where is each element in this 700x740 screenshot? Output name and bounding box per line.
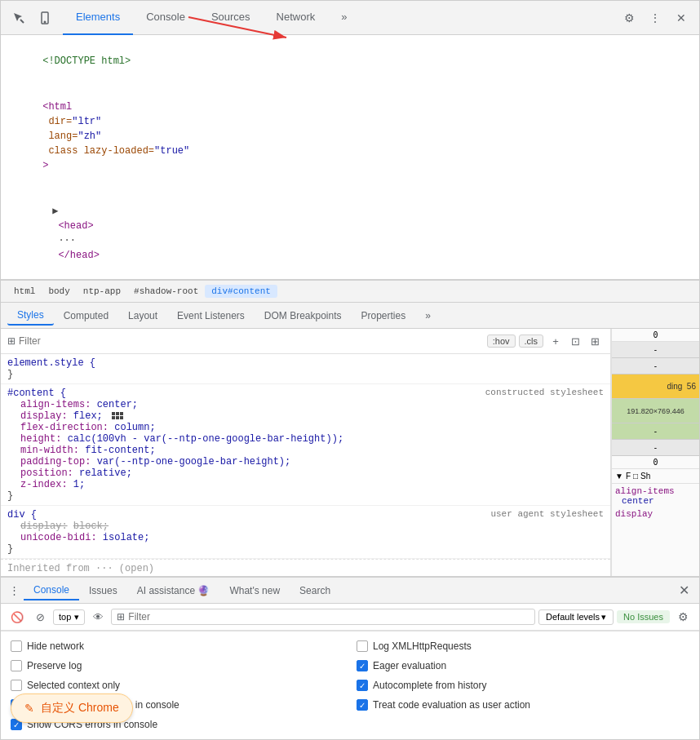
css-prop-min-width[interactable]: min-width: fit-content;: [20, 445, 604, 456]
console-filter-bar: ⊞: [111, 609, 535, 625]
setting-treat-code[interactable]: Treat code evaluation as user action: [357, 697, 689, 713]
css-prop-unicode-bidi[interactable]: unicode-bidi: isolate;: [20, 532, 604, 543]
styles-tab-layout[interactable]: Layout: [118, 307, 167, 325]
styles-tab-computed[interactable]: Computed: [54, 307, 118, 325]
dom-line-html[interactable]: <html dir="ltr" lang="zh" class lazy-loa…: [1, 84, 699, 188]
right-filter-icon: ▼: [615, 472, 623, 481]
styles-tab-properties[interactable]: Properties: [352, 307, 416, 325]
bar-minus2: -: [612, 358, 699, 374]
console-toolbar: 🚫 ⊘ top ▾ 👁 ⊞ Default levels ▾ No Issues…: [1, 604, 699, 631]
filter-icon: ⊞: [7, 335, 16, 347]
styles-tab-styles[interactable]: Styles: [7, 306, 54, 326]
console-tab-issues[interactable]: Issues: [79, 582, 127, 600]
breadcrumb-div-content[interactable]: div#content: [205, 285, 277, 298]
copy-styles-icon[interactable]: ⊡: [566, 332, 584, 350]
css-prop-display-ua[interactable]: display: block;: [20, 521, 604, 532]
console-close-icon[interactable]: ✕: [672, 579, 696, 601]
bar-padding: ding 56: [612, 374, 699, 399]
console-tab-search[interactable]: Search: [290, 582, 340, 600]
setting-log-xml[interactable]: Log XMLHttpRequests: [357, 638, 689, 654]
filter-funnel-icon: ⊞: [117, 611, 125, 623]
console-settings: Hide network Log XMLHttpRequests Preserv…: [1, 631, 699, 739]
custom-chrome-label: 自定义 Chrome: [41, 701, 119, 716]
pseudo-cls-btn[interactable]: .cls: [519, 335, 544, 348]
console-tabs-bar: ⋮ Console Issues AI assistance 🔮 What's …: [1, 578, 699, 604]
console-tab-console[interactable]: Console: [24, 581, 79, 600]
setting-autocomplete[interactable]: Autocomplete from history: [357, 677, 689, 693]
right-prop-align-items: align-items center: [615, 486, 696, 506]
style-icons: + ⊡ ⊞: [547, 332, 604, 350]
css-rule-element-style: element.style { }: [1, 354, 610, 384]
tab-sources[interactable]: Sources: [198, 1, 264, 35]
ruler-bottom: 0: [612, 456, 699, 469]
css-prop-position[interactable]: position: relative;: [20, 467, 604, 479]
inherited-from-label: Inherited from ··· (open): [1, 559, 610, 576]
setting-hide-network[interactable]: Hide network: [11, 638, 343, 654]
setting-selected-context-label: Selected context only: [27, 680, 120, 691]
inspect-icon[interactable]: [7, 7, 30, 29]
log-level-btn[interactable]: Default levels ▾: [538, 609, 614, 625]
pseudo-hov-btn[interactable]: :hov: [487, 335, 516, 348]
console-tab-whats-new[interactable]: What's new: [219, 582, 290, 600]
styles-tab-more[interactable]: »: [415, 307, 441, 325]
toolbar-icons: [7, 7, 56, 29]
settings-icon[interactable]: ⚙: [618, 7, 640, 29]
setting-autocomplete-checkbox[interactable]: [357, 680, 368, 691]
styles-tabs: Styles Computed Layout Event Listeners D…: [1, 303, 699, 329]
breadcrumb-bar: html body ntp-app #shadow-root div#conte…: [1, 280, 699, 303]
setting-selected-context-checkbox[interactable]: [11, 680, 22, 691]
tab-network[interactable]: Network: [264, 1, 329, 35]
css-prop-align-items[interactable]: align-items: center;: [20, 399, 604, 410]
eye-icon[interactable]: 👁: [88, 607, 108, 627]
console-menu-icon[interactable]: ⋮: [4, 581, 24, 600]
computed-layout-icon[interactable]: ⊞: [586, 332, 604, 350]
dom-line-doctype[interactable]: <!DOCTYPE html>: [1, 38, 699, 84]
setting-eager-eval[interactable]: Eager evaluation: [357, 658, 689, 674]
setting-preserve-log[interactable]: Preserve log: [11, 658, 343, 674]
setting-preserve-log-checkbox[interactable]: [11, 660, 22, 671]
css-prop-display[interactable]: display: flex;: [20, 410, 604, 422]
tab-more[interactable]: »: [328, 1, 360, 35]
custom-chrome-button[interactable]: ✎ 自定义 Chrome: [11, 693, 133, 723]
dom-line-head[interactable]: ▶ <head> ··· </head>: [1, 188, 699, 278]
setting-preserve-log-label: Preserve log: [27, 660, 82, 671]
css-prop-height[interactable]: height: calc(100vh - var(--ntp-one-googl…: [20, 433, 604, 445]
console-filter-input[interactable]: [128, 611, 529, 623]
svg-point-3: [44, 21, 45, 22]
styles-pseudo-btns: :hov .cls: [487, 335, 543, 348]
breadcrumb-body[interactable]: body: [42, 285, 76, 298]
breadcrumb-ntp-app[interactable]: ntp-app: [77, 285, 127, 298]
setting-hide-network-checkbox[interactable]: [11, 640, 22, 652]
context-select[interactable]: top ▾: [53, 609, 85, 625]
css-prop-z-index[interactable]: z-index: 1;: [20, 479, 604, 490]
breadcrumb-shadow-root[interactable]: #shadow-root: [127, 285, 205, 298]
console-tab-ai[interactable]: AI assistance 🔮: [127, 582, 220, 600]
styles-filter-input[interactable]: [19, 335, 484, 347]
main-tabs-bar: Elements Console Sources Network »: [63, 1, 618, 35]
tab-elements[interactable]: Elements: [63, 1, 133, 35]
css-prop-padding-top[interactable]: padding-top: var(--ntp-one-google-bar-he…: [20, 456, 604, 467]
close-devtools-icon[interactable]: ✕: [670, 7, 693, 29]
clear-console-icon[interactable]: 🚫: [7, 607, 27, 627]
device-toggle-icon[interactable]: [33, 7, 56, 29]
styles-left: ⊞ :hov .cls + ⊡ ⊞ element.style { }: [1, 329, 611, 576]
console-gear-icon[interactable]: ⚙: [673, 607, 693, 627]
setting-eager-eval-label: Eager evaluation: [373, 660, 446, 671]
dom-tree[interactable]: <!DOCTYPE html> <html dir="ltr" lang="zh…: [1, 35, 699, 280]
setting-selected-context[interactable]: Selected context only: [11, 677, 343, 693]
console-block-icon[interactable]: ⊘: [30, 607, 50, 627]
log-level-label: Default levels: [546, 612, 600, 622]
styles-tab-dom-breakpoints[interactable]: DOM Breakpoints: [255, 307, 352, 325]
css-rule-content: #content { constructed stylesheet align-…: [1, 384, 610, 506]
styles-tab-event-listeners[interactable]: Event Listeners: [167, 307, 255, 325]
tab-console[interactable]: Console: [133, 1, 198, 35]
setting-log-xml-checkbox[interactable]: [357, 640, 368, 652]
setting-eager-eval-checkbox[interactable]: [357, 660, 368, 671]
custom-chrome-icon: ✎: [24, 702, 34, 715]
toolbar-right: ⚙ ⋮ ✕: [618, 7, 693, 29]
add-rule-icon[interactable]: +: [547, 332, 565, 350]
more-icon[interactable]: ⋮: [644, 7, 667, 29]
css-prop-flex-direction[interactable]: flex-direction: column;: [20, 422, 604, 433]
breadcrumb-html[interactable]: html: [7, 285, 42, 298]
setting-treat-code-checkbox[interactable]: [357, 699, 368, 711]
